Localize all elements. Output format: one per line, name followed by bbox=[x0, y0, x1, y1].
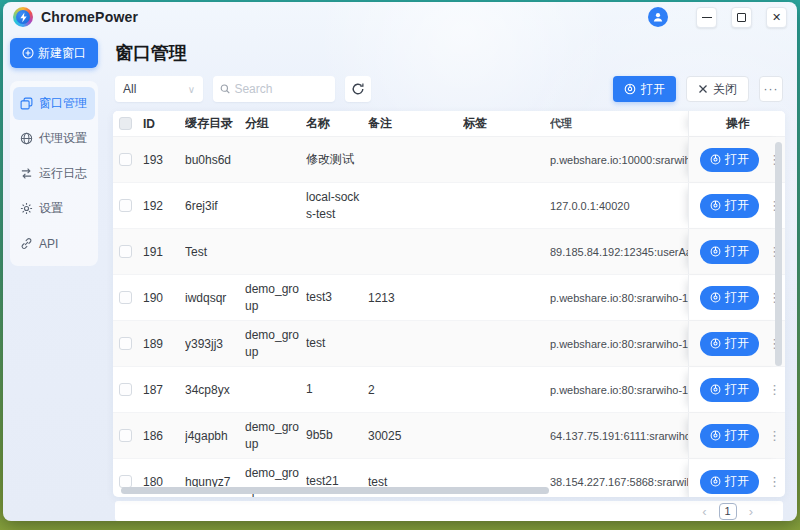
sidebar: 新建窗口 窗口管理 代理设置 运行日志 设置 bbox=[3, 32, 105, 521]
maximize-button[interactable] bbox=[731, 7, 752, 28]
browser-circle-icon bbox=[710, 430, 721, 441]
header-proxy[interactable]: 代理 bbox=[550, 116, 688, 131]
new-window-button[interactable]: 新建窗口 bbox=[10, 38, 98, 68]
cell-name: test bbox=[306, 335, 368, 351]
table-row: 191 Test 89.185.84.192:12345:userAazd312… bbox=[113, 229, 785, 275]
table-row: 186 j4gapbh demo_group 9b5b 30025 64.137… bbox=[113, 413, 785, 459]
cell-cache-dir: 6rej3if bbox=[185, 199, 245, 213]
sidebar-item-proxy-settings[interactable]: 代理设置 bbox=[13, 122, 95, 155]
prev-page-button[interactable]: ‹ bbox=[702, 505, 706, 518]
cell-operation: 打开 ⋮ bbox=[688, 413, 785, 458]
minimize-icon bbox=[702, 17, 712, 18]
header-id[interactable]: ID bbox=[143, 117, 185, 131]
cell-group: demo_group bbox=[245, 419, 306, 451]
group-filter-dropdown[interactable]: All ∨ bbox=[115, 76, 203, 102]
row-checkbox[interactable] bbox=[119, 199, 132, 212]
browser-circle-icon bbox=[710, 154, 721, 165]
table-row: 187 34cp8yx 1 2 p.webshare.io:80:srarwih… bbox=[113, 367, 785, 413]
close-selected-button[interactable]: 关闭 bbox=[686, 76, 749, 102]
cell-name: 9b5b bbox=[306, 427, 368, 443]
cell-proxy: 127.0.0.1:40020 bbox=[550, 200, 688, 212]
app-title: ChromePower bbox=[41, 9, 138, 25]
cell-proxy: 64.137.75.191:6111:srarwiho:atonupx bbox=[550, 430, 688, 442]
table-row: 189 y393jj3 demo_group test p.webshare.i… bbox=[113, 321, 785, 367]
open-row-button[interactable]: 打开 bbox=[700, 424, 759, 448]
gear-icon bbox=[20, 202, 33, 215]
cell-operation: 打开 ⋮ bbox=[688, 229, 785, 274]
open-row-button[interactable]: 打开 bbox=[700, 470, 759, 494]
open-row-button[interactable]: 打开 bbox=[700, 286, 759, 310]
more-actions-button[interactable]: ··· bbox=[759, 76, 783, 102]
open-row-button[interactable]: 打开 bbox=[700, 148, 759, 172]
cell-operation: 打开 ⋮ bbox=[688, 183, 785, 228]
next-page-button[interactable]: › bbox=[749, 505, 753, 518]
cell-proxy: p.webshare.io:80:srarwiho-1:atonupx bbox=[550, 292, 688, 304]
row-checkbox[interactable] bbox=[119, 153, 132, 166]
cell-name: 1 bbox=[306, 381, 368, 397]
row-menu-button[interactable]: ⋮ bbox=[768, 384, 776, 396]
header-remark[interactable]: 备注 bbox=[368, 115, 463, 132]
row-checkbox[interactable] bbox=[119, 475, 132, 488]
row-menu-button[interactable]: ⋮ bbox=[768, 430, 776, 442]
user-avatar[interactable] bbox=[648, 7, 668, 27]
cell-group: demo_group bbox=[245, 281, 306, 313]
header-name[interactable]: 名称 bbox=[306, 115, 368, 131]
open-row-button[interactable]: 打开 bbox=[700, 194, 759, 218]
row-checkbox[interactable] bbox=[119, 245, 132, 258]
sidebar-item-run-logs[interactable]: 运行日志 bbox=[13, 157, 95, 190]
table-row: 193 bu0hs6d 修改测试 p.webshare.io:10000:sra… bbox=[113, 137, 785, 183]
cell-proxy: p.webshare.io:80:srarwiho-1:atonupx bbox=[550, 338, 688, 350]
cell-operation: 打开 ⋮ bbox=[688, 137, 785, 182]
browser-circle-icon bbox=[710, 384, 721, 395]
cell-group: demo_group bbox=[245, 327, 306, 359]
cell-proxy: p.webshare.io:80:srarwiho-1:atonupx bbox=[550, 384, 688, 396]
cell-proxy: 38.154.227.167:5868:srarwiho:atonup bbox=[550, 476, 688, 488]
cell-remark: 1213 bbox=[368, 291, 463, 305]
row-checkbox[interactable] bbox=[119, 383, 132, 396]
open-row-button[interactable]: 打开 bbox=[700, 378, 759, 402]
select-all-checkbox[interactable] bbox=[119, 117, 132, 130]
open-row-button[interactable]: 打开 bbox=[700, 332, 759, 356]
cell-operation: 打开 ⋮ bbox=[688, 275, 785, 320]
header-cache-dir[interactable]: 缓存目录 bbox=[185, 115, 245, 132]
open-row-button[interactable]: 打开 bbox=[700, 240, 759, 264]
x-icon bbox=[698, 84, 708, 94]
table-header-row: ID 缓存目录 分组 名称 备注 标签 代理 操作 bbox=[113, 111, 785, 137]
cell-proxy: p.webshare.io:10000:srarwiho-1:aton bbox=[550, 154, 688, 166]
row-checkbox[interactable] bbox=[119, 337, 132, 350]
cell-cache-dir: hqunyz7 bbox=[185, 475, 245, 489]
cell-cache-dir: j4gapbh bbox=[185, 429, 245, 443]
cell-id: 186 bbox=[143, 429, 185, 443]
cell-cache-dir: bu0hs6d bbox=[185, 153, 245, 167]
cell-id: 189 bbox=[143, 337, 185, 351]
refresh-button[interactable] bbox=[345, 76, 371, 102]
cell-remark: test bbox=[368, 475, 463, 489]
circle-plus-icon bbox=[22, 47, 34, 59]
table-row: 192 6rej3if local-socks-test 127.0.0.1:4… bbox=[113, 183, 785, 229]
cell-id: 192 bbox=[143, 199, 185, 213]
horizontal-scrollbar[interactable] bbox=[121, 487, 549, 494]
open-selected-button[interactable]: 打开 bbox=[613, 76, 676, 102]
main-content: 窗口管理 All ∨ 打开 bbox=[105, 32, 797, 521]
pagination-bar: ‹ 1 › bbox=[115, 501, 783, 521]
vertical-scrollbar[interactable] bbox=[775, 142, 782, 366]
sidebar-item-settings[interactable]: 设置 bbox=[13, 192, 95, 225]
row-checkbox[interactable] bbox=[119, 429, 132, 442]
search-input[interactable] bbox=[234, 82, 328, 96]
browser-circle-icon bbox=[710, 200, 721, 211]
browser-circle-icon bbox=[710, 292, 721, 303]
cell-cache-dir: y393jj3 bbox=[185, 337, 245, 351]
header-tag[interactable]: 标签 bbox=[463, 115, 550, 132]
row-menu-button[interactable]: ⋮ bbox=[768, 476, 776, 488]
close-button[interactable]: ✕ bbox=[766, 7, 787, 28]
sidebar-item-api[interactable]: API bbox=[13, 227, 95, 260]
row-checkbox[interactable] bbox=[119, 291, 132, 304]
app-window: ChromePower ✕ 新建窗口 窗口管理 代理设置 bbox=[3, 2, 797, 521]
minimize-button[interactable] bbox=[696, 7, 717, 28]
windows-table: ID 缓存目录 分组 名称 备注 标签 代理 操作 193 bu0hs6d 修改… bbox=[113, 111, 785, 497]
header-group[interactable]: 分组 bbox=[245, 115, 306, 131]
cell-operation: 打开 ⋮ bbox=[688, 321, 785, 366]
cell-id: 180 bbox=[143, 475, 185, 489]
sidebar-item-window-management[interactable]: 窗口管理 bbox=[13, 87, 95, 120]
current-page[interactable]: 1 bbox=[719, 503, 737, 520]
